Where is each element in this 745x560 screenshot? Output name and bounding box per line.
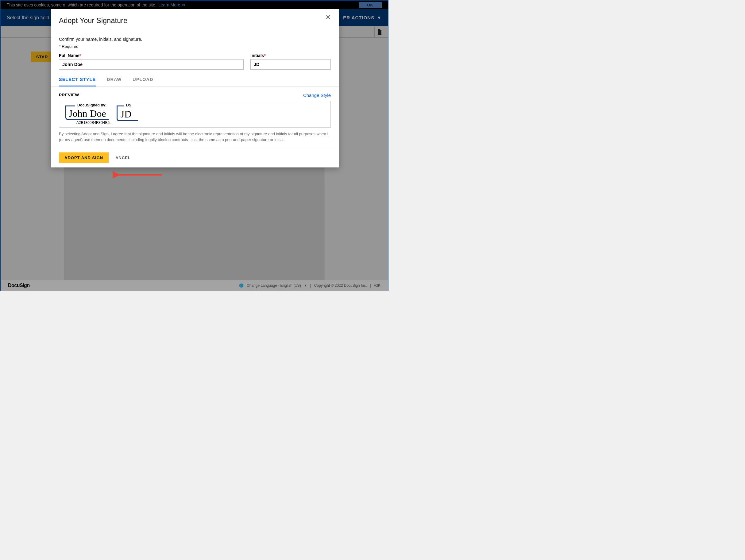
preview-label: PREVIEW	[59, 93, 79, 98]
initials-label: Initials*	[250, 53, 331, 58]
adopt-and-sign-button[interactable]: ADOPT AND SIGN	[59, 152, 109, 163]
tab-draw[interactable]: DRAW	[107, 74, 122, 86]
disclaimer-text: By selecting Adopt and Sign, I agree tha…	[59, 131, 331, 143]
full-name-label: Full Name*	[59, 53, 244, 58]
cancel-button[interactable]: ANCEL	[116, 155, 131, 160]
initials-script: JD	[120, 108, 134, 119]
signature-tabs: SELECT STYLE DRAW UPLOAD	[51, 74, 339, 86]
tab-upload[interactable]: UPLOAD	[133, 74, 153, 86]
adopt-signature-modal: Adopt Your Signature ✕ Confirm your name…	[51, 9, 339, 168]
tab-select-style[interactable]: SELECT STYLE	[59, 74, 96, 86]
close-icon[interactable]: ✕	[325, 14, 331, 25]
modal-instruction: Confirm your name, initials, and signatu…	[59, 37, 331, 42]
signature-script: John Doe	[68, 107, 109, 118]
change-style-link[interactable]: Change Style	[303, 93, 331, 98]
modal-title: Adopt Your Signature	[59, 16, 127, 25]
full-name-input[interactable]	[59, 59, 244, 70]
signature-hash: A2B1800B4F8D4B5...	[76, 120, 120, 125]
signature-preview: DocuSigned by: John Doe A2B1800B4F8D4B5.…	[59, 101, 331, 128]
initials-input[interactable]	[250, 59, 331, 70]
required-note: * Required	[59, 44, 331, 49]
